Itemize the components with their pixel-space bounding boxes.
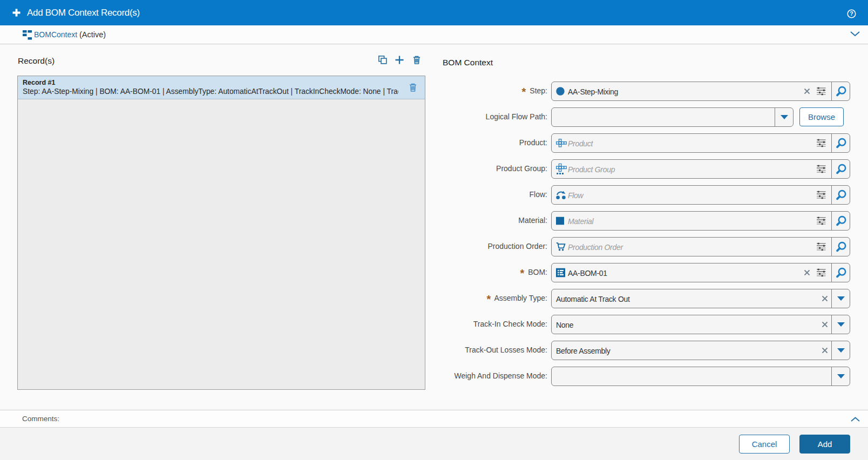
svg-text:?: ? [850, 10, 853, 17]
